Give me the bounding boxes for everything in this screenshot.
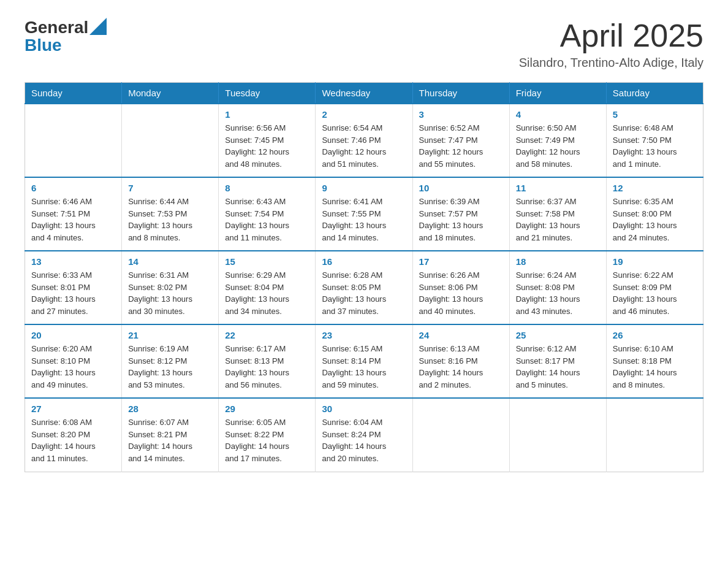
day-cell: 2Sunrise: 6:54 AMSunset: 7:46 PMDaylight…	[316, 104, 412, 177]
day-cell: 3Sunrise: 6:52 AMSunset: 7:47 PMDaylight…	[412, 104, 509, 177]
week-row-2: 13Sunrise: 6:33 AMSunset: 8:01 PMDayligh…	[25, 251, 703, 324]
day-number: 6	[31, 183, 115, 193]
day-info: Sunrise: 6:50 AMSunset: 7:49 PMDaylight:…	[516, 122, 600, 170]
logo: General Blue	[25, 18, 107, 55]
day-info: Sunrise: 6:44 AMSunset: 7:53 PMDaylight:…	[128, 196, 212, 243]
day-info: Sunrise: 6:13 AMSunset: 8:16 PMDaylight:…	[419, 343, 503, 391]
day-cell: 29Sunrise: 6:05 AMSunset: 8:22 PMDayligh…	[219, 398, 316, 472]
day-cell: 23Sunrise: 6:15 AMSunset: 8:14 PMDayligh…	[316, 324, 412, 398]
day-number: 1	[225, 109, 309, 120]
svg-marker-0	[89, 18, 107, 35]
day-cell	[509, 398, 606, 472]
day-info: Sunrise: 6:12 AMSunset: 8:17 PMDaylight:…	[516, 343, 600, 391]
day-cell: 11Sunrise: 6:37 AMSunset: 7:58 PMDayligh…	[509, 177, 606, 251]
day-number: 25	[516, 330, 600, 340]
day-info: Sunrise: 6:08 AMSunset: 8:20 PMDaylight:…	[31, 416, 115, 464]
page-header: General Blue April 2025 Silandro, Trenti…	[25, 18, 703, 70]
day-number: 8	[225, 183, 309, 193]
day-info: Sunrise: 6:20 AMSunset: 8:10 PMDaylight:…	[31, 343, 115, 391]
day-info: Sunrise: 6:56 AMSunset: 7:45 PMDaylight:…	[225, 122, 309, 170]
day-cell	[606, 398, 703, 472]
day-info: Sunrise: 6:19 AMSunset: 8:12 PMDaylight:…	[128, 343, 212, 391]
day-number: 16	[322, 256, 406, 267]
header-cell-monday: Monday	[122, 83, 219, 104]
day-number: 9	[322, 183, 406, 193]
day-info: Sunrise: 6:04 AMSunset: 8:24 PMDaylight:…	[322, 416, 406, 464]
day-cell: 17Sunrise: 6:26 AMSunset: 8:06 PMDayligh…	[412, 251, 509, 324]
day-info: Sunrise: 6:26 AMSunset: 8:06 PMDaylight:…	[419, 269, 503, 317]
day-number: 19	[613, 256, 697, 267]
logo-icon	[89, 18, 107, 35]
day-number: 14	[128, 256, 212, 267]
day-cell: 30Sunrise: 6:04 AMSunset: 8:24 PMDayligh…	[316, 398, 412, 472]
day-info: Sunrise: 6:05 AMSunset: 8:22 PMDaylight:…	[225, 416, 309, 464]
day-number: 4	[516, 109, 600, 120]
day-info: Sunrise: 6:15 AMSunset: 8:14 PMDaylight:…	[322, 343, 406, 391]
day-number: 17	[419, 256, 503, 267]
day-cell: 13Sunrise: 6:33 AMSunset: 8:01 PMDayligh…	[25, 251, 122, 324]
day-info: Sunrise: 6:39 AMSunset: 7:57 PMDaylight:…	[419, 196, 503, 243]
day-cell: 9Sunrise: 6:41 AMSunset: 7:55 PMDaylight…	[316, 177, 412, 251]
calendar-header: SundayMondayTuesdayWednesdayThursdayFrid…	[25, 83, 703, 104]
day-number: 29	[225, 404, 309, 414]
logo-general: General	[25, 18, 88, 37]
day-info: Sunrise: 6:28 AMSunset: 8:05 PMDaylight:…	[322, 269, 406, 317]
day-info: Sunrise: 6:31 AMSunset: 8:02 PMDaylight:…	[128, 269, 212, 317]
day-cell: 27Sunrise: 6:08 AMSunset: 8:20 PMDayligh…	[25, 398, 122, 472]
day-cell: 26Sunrise: 6:10 AMSunset: 8:18 PMDayligh…	[606, 324, 703, 398]
day-cell: 8Sunrise: 6:43 AMSunset: 7:54 PMDaylight…	[219, 177, 316, 251]
day-info: Sunrise: 6:43 AMSunset: 7:54 PMDaylight:…	[225, 196, 309, 243]
day-cell: 18Sunrise: 6:24 AMSunset: 8:08 PMDayligh…	[509, 251, 606, 324]
day-number: 22	[225, 330, 309, 340]
day-number: 27	[31, 404, 115, 414]
day-number: 3	[419, 109, 503, 120]
day-info: Sunrise: 6:37 AMSunset: 7:58 PMDaylight:…	[516, 196, 600, 243]
day-cell: 12Sunrise: 6:35 AMSunset: 8:00 PMDayligh…	[606, 177, 703, 251]
day-number: 13	[31, 256, 115, 267]
day-cell: 14Sunrise: 6:31 AMSunset: 8:02 PMDayligh…	[122, 251, 219, 324]
day-cell: 21Sunrise: 6:19 AMSunset: 8:12 PMDayligh…	[122, 324, 219, 398]
day-info: Sunrise: 6:46 AMSunset: 7:51 PMDaylight:…	[31, 196, 115, 243]
day-info: Sunrise: 6:41 AMSunset: 7:55 PMDaylight:…	[322, 196, 406, 243]
day-info: Sunrise: 6:10 AMSunset: 8:18 PMDaylight:…	[613, 343, 697, 391]
week-row-4: 27Sunrise: 6:08 AMSunset: 8:20 PMDayligh…	[25, 398, 703, 472]
header-cell-friday: Friday	[509, 83, 606, 104]
day-info: Sunrise: 6:17 AMSunset: 8:13 PMDaylight:…	[225, 343, 309, 391]
day-number: 21	[128, 330, 212, 340]
week-row-1: 6Sunrise: 6:46 AMSunset: 7:51 PMDaylight…	[25, 177, 703, 251]
day-info: Sunrise: 6:24 AMSunset: 8:08 PMDaylight:…	[516, 269, 600, 317]
calendar-body: 1Sunrise: 6:56 AMSunset: 7:45 PMDaylight…	[25, 104, 703, 472]
calendar-table: SundayMondayTuesdayWednesdayThursdayFrid…	[25, 82, 703, 472]
day-number: 18	[516, 256, 600, 267]
day-cell	[412, 398, 509, 472]
day-info: Sunrise: 6:48 AMSunset: 7:50 PMDaylight:…	[613, 122, 697, 170]
week-row-0: 1Sunrise: 6:56 AMSunset: 7:45 PMDaylight…	[25, 104, 703, 177]
day-cell: 24Sunrise: 6:13 AMSunset: 8:16 PMDayligh…	[412, 324, 509, 398]
day-number: 10	[419, 183, 503, 193]
day-cell: 15Sunrise: 6:29 AMSunset: 8:04 PMDayligh…	[219, 251, 316, 324]
title-area: April 2025 Silandro, Trentino-Alto Adige…	[519, 18, 703, 70]
header-cell-wednesday: Wednesday	[316, 83, 412, 104]
day-number: 30	[322, 404, 406, 414]
day-number: 26	[613, 330, 697, 340]
day-cell: 22Sunrise: 6:17 AMSunset: 8:13 PMDayligh…	[219, 324, 316, 398]
day-cell: 25Sunrise: 6:12 AMSunset: 8:17 PMDayligh…	[509, 324, 606, 398]
day-cell: 1Sunrise: 6:56 AMSunset: 7:45 PMDaylight…	[219, 104, 316, 177]
day-cell: 7Sunrise: 6:44 AMSunset: 7:53 PMDaylight…	[122, 177, 219, 251]
day-cell: 10Sunrise: 6:39 AMSunset: 7:57 PMDayligh…	[412, 177, 509, 251]
day-number: 5	[613, 109, 697, 120]
day-number: 2	[322, 109, 406, 120]
day-info: Sunrise: 6:33 AMSunset: 8:01 PMDaylight:…	[31, 269, 115, 317]
day-number: 15	[225, 256, 309, 267]
month-title: April 2025	[519, 18, 703, 53]
header-cell-tuesday: Tuesday	[219, 83, 316, 104]
day-number: 23	[322, 330, 406, 340]
subtitle: Silandro, Trentino-Alto Adige, Italy	[519, 56, 703, 70]
day-number: 7	[128, 183, 212, 193]
day-number: 20	[31, 330, 115, 340]
day-cell	[122, 104, 219, 177]
day-info: Sunrise: 6:52 AMSunset: 7:47 PMDaylight:…	[419, 122, 503, 170]
day-number: 24	[419, 330, 503, 340]
day-number: 11	[516, 183, 600, 193]
day-number: 28	[128, 404, 212, 414]
